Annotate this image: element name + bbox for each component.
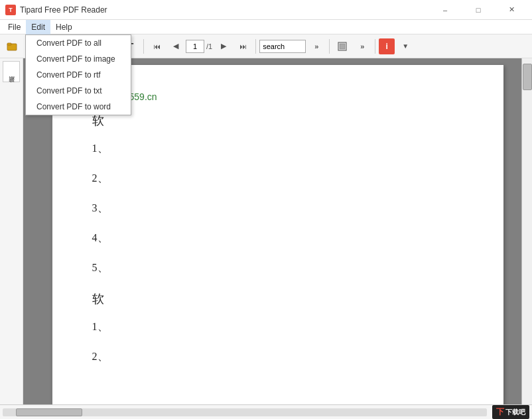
window-controls: – □ ✕ <box>430 0 527 20</box>
more-icon: » <box>360 42 364 50</box>
separator-4 <box>329 39 330 54</box>
menu-help[interactable]: Help <box>50 20 78 34</box>
pdf-item-4: 4、 <box>92 231 464 245</box>
prev-page-button[interactable]: ◀ <box>166 37 185 56</box>
pdf-url: www.pco559.cn <box>92 91 464 102</box>
open-button[interactable] <box>3 37 21 56</box>
pdf-item-6: 1、 <box>92 320 464 334</box>
open-icon <box>7 41 17 52</box>
first-page-button[interactable]: ⏮ <box>147 37 166 56</box>
menu-file[interactable]: File <box>3 20 26 34</box>
dropdown-button[interactable]: ▼ <box>396 37 415 56</box>
scroll-thumb-horizontal[interactable] <box>16 408 82 416</box>
more-button[interactable]: » <box>353 37 371 56</box>
app-icon: T <box>5 5 16 15</box>
svg-rect-7 <box>340 44 345 49</box>
pdf-char-2: 软 <box>92 291 464 307</box>
thumbnail-panel[interactable] <box>3 61 20 82</box>
menu-edit[interactable]: Edit <box>26 20 50 34</box>
maximize-button[interactable]: □ <box>463 0 494 20</box>
pdf-page: www.pco559.cn 软 1、 2、 3、 4、 5、 软 1、 2、 <box>52 65 503 404</box>
page-navigation: ⏮ ◀ /1 ▶ ⏭ <box>147 37 252 56</box>
last-page-button[interactable]: ⏭ <box>233 37 252 56</box>
bottom-logo-area: 下 下载吧 <box>492 405 529 419</box>
convert-rtf-item[interactable]: Convert PDF to rtf <box>26 67 131 83</box>
next-page-button[interactable]: ▶ <box>214 37 233 56</box>
minimize-button[interactable]: – <box>430 0 460 20</box>
edit-dropdown: Convert PDF to all Convert PDF to image … <box>25 34 131 115</box>
title-bar: T Tipard Free PDF Reader – □ ✕ <box>0 0 532 20</box>
menu-bar: File Edit Help Convert PDF to all Conver… <box>0 20 532 34</box>
left-sidebar: 新建 <box>0 58 23 404</box>
separator-3 <box>255 39 256 54</box>
info-button[interactable]: i <box>379 38 395 54</box>
last-page-icon: ⏭ <box>239 42 247 50</box>
convert-image-item[interactable]: Convert PDF to image <box>26 51 131 67</box>
search-button[interactable]: » <box>307 37 326 56</box>
page-total: /1 <box>205 42 214 50</box>
convert-txt-item[interactable]: Convert PDF to txt <box>26 83 131 99</box>
prev-page-icon: ◀ <box>173 42 178 50</box>
search-input[interactable] <box>259 40 306 53</box>
page-number-input[interactable] <box>186 40 204 53</box>
logo-badge: 下 下载吧 <box>492 405 529 419</box>
fit-page-icon <box>338 42 347 51</box>
convert-word-item[interactable]: Convert PDF to word <box>26 99 131 115</box>
close-button[interactable]: ✕ <box>496 0 527 20</box>
horizontal-scrollbar[interactable] <box>3 408 487 416</box>
info-icon: i <box>386 42 388 51</box>
search-forward-icon: » <box>314 42 318 50</box>
vertical-scrollbar[interactable] <box>521 58 532 404</box>
fit-page-button[interactable] <box>333 37 352 56</box>
separator-2 <box>143 39 144 54</box>
separator-5 <box>375 39 375 54</box>
first-page-icon: ⏮ <box>153 42 161 50</box>
app-title: Tipard Free PDF Reader <box>20 5 430 15</box>
pdf-item-7: 2、 <box>92 350 464 364</box>
logo-icon: 下 <box>496 406 504 418</box>
svg-rect-1 <box>7 43 11 45</box>
convert-all-item[interactable]: Convert PDF to all <box>26 35 131 51</box>
pdf-item-3: 3、 <box>92 202 464 215</box>
pdf-item-1: 1、 <box>92 142 464 156</box>
logo-text: 下载吧 <box>505 408 525 417</box>
pdf-item-5: 5、 <box>92 261 464 275</box>
scroll-thumb-vertical[interactable] <box>523 64 532 90</box>
chevron-down-icon: ▼ <box>402 42 409 50</box>
bottom-bar: 下 下载吧 <box>0 404 532 419</box>
pdf-item-2: 2、 <box>92 172 464 186</box>
pdf-char-1: 软 <box>92 113 464 129</box>
next-page-icon: ▶ <box>221 42 226 50</box>
